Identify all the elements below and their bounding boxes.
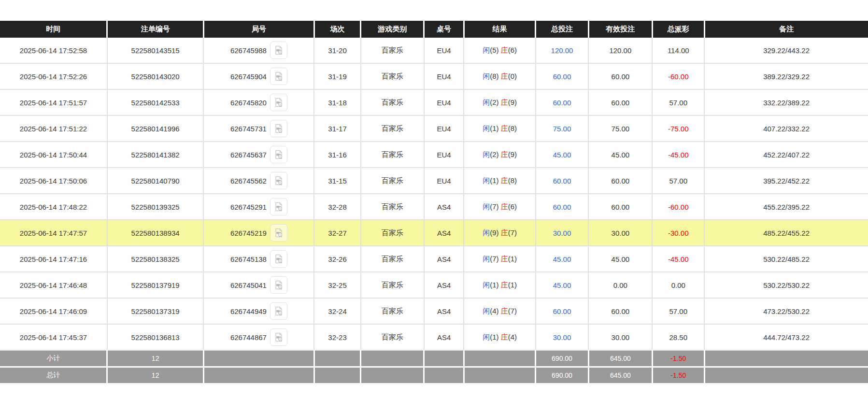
round-number-text: 626745731 <box>230 125 267 133</box>
video-file-icon <box>273 149 284 160</box>
cell-payout: 0.00 <box>652 272 704 298</box>
cell-round-number: 626745562 <box>203 168 314 194</box>
video-replay-button[interactable] <box>270 198 287 215</box>
cell-payout: -60.00 <box>652 194 704 220</box>
total-bet-link[interactable]: 75.00 <box>553 125 571 133</box>
column-header-remark: 备注 <box>704 21 868 38</box>
footer-total-bet: 690.00 <box>536 350 589 367</box>
cell-result: 闲(5) 庄(6) <box>464 38 535 63</box>
total-bet-link[interactable]: 60.00 <box>553 307 571 315</box>
player-points: (2) <box>490 98 501 106</box>
round-number-text: 626745988 <box>230 46 267 55</box>
cell-time: 2025-06-14 17:52:26 <box>0 63 107 89</box>
player-label: 闲 <box>483 255 490 263</box>
footer-empty-table <box>424 367 464 384</box>
footer-bet-count: 12 <box>107 367 203 384</box>
video-replay-button[interactable] <box>270 250 287 268</box>
total-bet-link[interactable]: 60.00 <box>553 72 571 81</box>
banker-label: 庄 <box>501 228 508 237</box>
video-file-icon <box>273 71 284 82</box>
bet-records-table: 时间注单编号局号场次游戏类别桌号结果总投注有效投注总派彩备注 2025-06-1… <box>0 21 868 385</box>
video-replay-button[interactable] <box>270 328 287 346</box>
player-label: 闲 <box>483 228 490 237</box>
grand-total-row: 总计12690.00645.00-1.50 <box>0 367 868 384</box>
video-replay-button[interactable] <box>270 276 287 294</box>
cell-valid-bet: 0.00 <box>588 272 652 298</box>
cell-bet-number: 522580138325 <box>107 246 203 272</box>
cell-time: 2025-06-14 17:46:09 <box>0 298 107 324</box>
cell-session: 32-25 <box>314 272 360 298</box>
video-replay-button[interactable] <box>270 42 287 59</box>
footer-payout: -1.50 <box>652 367 704 384</box>
player-label: 闲 <box>483 124 490 132</box>
video-file-icon <box>273 175 284 186</box>
cell-table-number: AS4 <box>424 220 464 246</box>
table-row: 2025-06-14 17:52:26522580143020626745904… <box>0 63 868 89</box>
player-label: 闲 <box>483 150 490 158</box>
cell-round-number: 626745820 <box>203 89 314 115</box>
banker-points: (6) <box>508 202 517 211</box>
footer-valid-bet: 645.00 <box>588 367 652 384</box>
column-header-result: 结果 <box>464 21 535 38</box>
banker-points: (9) <box>508 98 517 106</box>
banker-points: (4) <box>508 333 517 341</box>
video-replay-button[interactable] <box>270 68 287 85</box>
cell-valid-bet: 120.00 <box>588 38 652 63</box>
table-row: 2025-06-14 17:51:57522580142533626745820… <box>0 89 868 115</box>
total-bet-link[interactable]: 45.00 <box>553 151 571 159</box>
banker-points: (8) <box>508 176 517 185</box>
cell-round-number: 626745988 <box>203 38 314 63</box>
total-bet-link[interactable]: 60.00 <box>553 177 571 185</box>
column-header-total_bet: 总投注 <box>536 21 589 38</box>
cell-remark: 329.22/443.22 <box>704 38 868 63</box>
cell-result: 闲(7) 庄(1) <box>464 246 535 272</box>
table-row: 2025-06-14 17:52:58522580143515626745988… <box>0 38 868 63</box>
video-file-icon <box>273 201 284 212</box>
banker-label: 庄 <box>501 124 508 132</box>
footer-empty-game <box>361 350 424 367</box>
cell-session: 31-20 <box>314 38 360 63</box>
cell-game-type: 百家乐 <box>361 115 424 142</box>
round-number-text: 626744949 <box>230 307 267 315</box>
cell-session: 31-15 <box>314 168 360 194</box>
column-header-game: 游戏类别 <box>361 21 424 38</box>
cell-bet-number: 522580137919 <box>107 272 203 298</box>
player-points: (9) <box>490 228 501 237</box>
banker-label: 庄 <box>501 202 508 211</box>
total-bet-link[interactable]: 45.00 <box>553 255 571 263</box>
cell-total-bet: 60.00 <box>536 194 589 220</box>
total-bet-link[interactable]: 30.00 <box>553 333 571 342</box>
cell-session: 32-23 <box>314 324 360 350</box>
cell-game-type: 百家乐 <box>361 168 424 194</box>
player-label: 闲 <box>483 72 490 80</box>
video-replay-button[interactable] <box>270 120 287 137</box>
cell-total-bet: 30.00 <box>536 324 589 350</box>
round-number-group: 626745138 <box>206 250 312 268</box>
cell-session: 32-27 <box>314 220 360 246</box>
round-number-text: 626745041 <box>230 281 267 289</box>
total-bet-link[interactable]: 60.00 <box>553 203 571 211</box>
cell-bet-number: 522580141996 <box>107 115 203 142</box>
cell-round-number: 626745041 <box>203 272 314 298</box>
footer-label: 总计 <box>0 367 107 384</box>
video-replay-button[interactable] <box>270 172 287 189</box>
total-bet-link[interactable]: 60.00 <box>553 99 571 107</box>
cell-round-number: 626745904 <box>203 63 314 89</box>
cell-payout: 57.00 <box>652 89 704 115</box>
banker-points: (7) <box>508 307 517 315</box>
video-replay-button[interactable] <box>270 146 287 163</box>
banker-label: 庄 <box>501 150 508 158</box>
video-replay-button[interactable] <box>270 302 287 320</box>
total-bet-link[interactable]: 30.00 <box>553 229 571 237</box>
cell-bet-number: 522580139325 <box>107 194 203 220</box>
cell-round-number: 626744867 <box>203 324 314 350</box>
cell-result: 闲(2) 庄(9) <box>464 142 535 168</box>
video-replay-button[interactable] <box>270 224 287 242</box>
video-replay-button[interactable] <box>270 94 287 111</box>
total-bet-link[interactable]: 45.00 <box>553 281 571 289</box>
video-file-icon <box>273 280 284 290</box>
cell-table-number: EU4 <box>424 168 464 194</box>
total-bet-link[interactable]: 120.00 <box>551 46 573 55</box>
round-number-text: 626745904 <box>230 72 267 81</box>
cell-game-type: 百家乐 <box>361 246 424 272</box>
